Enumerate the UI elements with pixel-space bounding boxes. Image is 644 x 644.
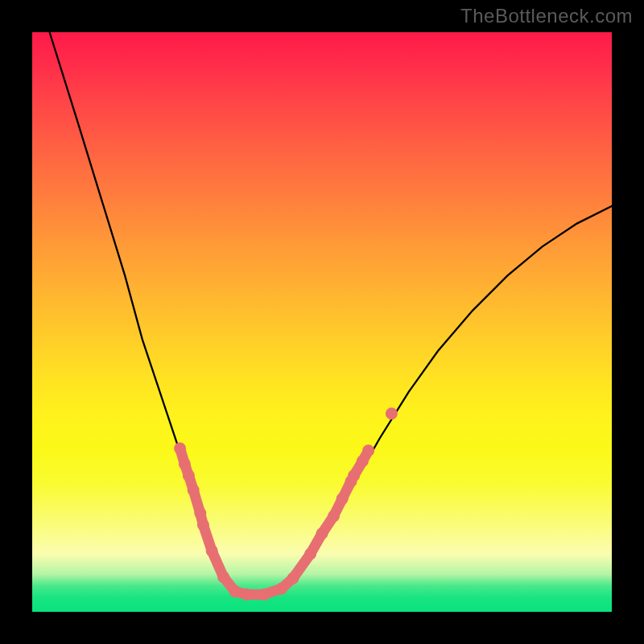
svg-point-16 [336, 493, 349, 505]
svg-point-4 [194, 507, 206, 519]
svg-point-21 [386, 407, 398, 419]
svg-point-14 [316, 527, 328, 539]
marker-dots [174, 407, 398, 601]
svg-point-8 [229, 585, 242, 597]
svg-point-1 [179, 458, 191, 470]
svg-point-12 [287, 572, 299, 584]
svg-point-7 [217, 571, 229, 583]
marker-thick-segments [180, 448, 369, 594]
svg-point-13 [304, 548, 316, 560]
svg-point-11 [275, 583, 287, 595]
plot-area [32, 32, 612, 612]
svg-point-20 [362, 444, 374, 456]
svg-point-3 [188, 484, 200, 496]
svg-point-0 [174, 443, 186, 455]
svg-point-15 [328, 510, 340, 522]
watermark-text: TheBottleneck.com [460, 5, 633, 27]
chart-container: TheBottleneck.com [0, 0, 644, 644]
bottleneck-curve [50, 32, 612, 594]
svg-point-19 [357, 455, 369, 467]
svg-point-2 [183, 469, 195, 481]
svg-point-9 [241, 588, 253, 601]
svg-point-18 [348, 469, 360, 481]
svg-point-5 [197, 519, 209, 531]
svg-point-10 [258, 588, 270, 601]
svg-point-6 [206, 545, 218, 557]
chart-svg [32, 32, 612, 612]
